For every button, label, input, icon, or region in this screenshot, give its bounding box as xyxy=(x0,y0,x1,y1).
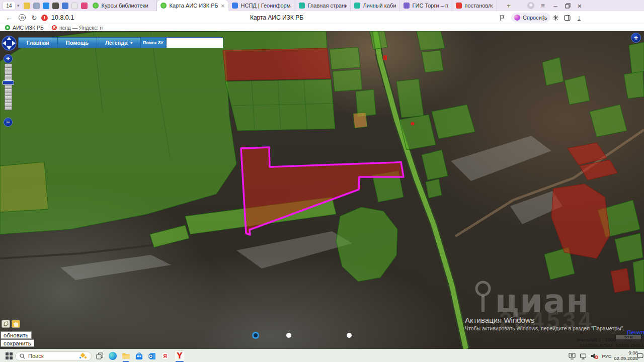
tab-postanovlenie-pdf[interactable]: постановление.pdf xyxy=(452,0,497,11)
refresh-page-button[interactable]: ↻ xyxy=(29,11,39,24)
green-parcel[interactable] xyxy=(565,75,590,105)
green-parcel[interactable] xyxy=(590,105,627,137)
file-explorer-button[interactable] xyxy=(120,349,132,362)
help-button[interactable]: Помощь xyxy=(57,37,97,48)
downloads-button[interactable]: ↓ xyxy=(574,11,584,24)
green-parcel[interactable] xyxy=(422,150,448,180)
red-parcel[interactable] xyxy=(223,48,331,80)
red-map-marker[interactable] xyxy=(383,55,387,60)
refresh-map-button[interactable]: обновить xyxy=(1,331,32,339)
home-button[interactable]: Главная xyxy=(18,37,57,48)
outlook-button[interactable] xyxy=(146,349,158,362)
close-tab-icon[interactable]: × xyxy=(218,2,225,10)
tab-lichny-kabinet[interactable]: Личный кабинет xyxy=(351,0,400,11)
close-window-button[interactable]: × xyxy=(574,0,585,11)
w-pinned-favicon[interactable] xyxy=(81,3,88,9)
bookmark-ais-izk[interactable]: АИС ИЗК РБ xyxy=(5,25,44,31)
tab-gis-torgi[interactable]: ГИС Торги – продажи п xyxy=(400,0,452,11)
store-button[interactable] xyxy=(133,349,145,362)
tab-nspd[interactable]: НСПД | Геоинформаци xyxy=(228,0,295,11)
tray-network-icon[interactable] xyxy=(579,349,588,362)
scan-pinned-favicon[interactable] xyxy=(52,3,59,9)
legend-dropdown[interactable]: Легенда ▾ xyxy=(97,37,141,48)
green-parcel[interactable] xyxy=(426,179,442,198)
restore-window-button[interactable] xyxy=(562,0,573,11)
save-map-button[interactable]: сохранить xyxy=(1,339,34,347)
tan-parcel[interactable] xyxy=(353,112,367,128)
restore-icon xyxy=(565,3,571,9)
green-parcel[interactable] xyxy=(542,57,564,85)
alice-ai-icon xyxy=(514,15,520,21)
more-options-button[interactable]: ⋮ xyxy=(538,11,548,24)
zoom-slider-handle[interactable] xyxy=(3,80,14,85)
bookmark-nspd[interactable]: Я нспд — Яндекс: н xyxy=(52,25,103,31)
notifications-button[interactable] xyxy=(636,349,644,362)
zoom-slider-track[interactable] xyxy=(5,64,12,110)
green-parcel[interactable] xyxy=(422,50,443,72)
mail-pinned-favicon[interactable] xyxy=(24,3,30,9)
green-parcel[interactable] xyxy=(333,69,362,92)
minimize-window-button[interactable]: – xyxy=(550,0,561,11)
side-panel-icon xyxy=(564,15,571,21)
red-map-marker[interactable] xyxy=(411,122,415,126)
layer-switcher-button[interactable]: + xyxy=(631,33,641,43)
security-warning-icon[interactable]: ! xyxy=(41,15,48,21)
new-tab-button[interactable]: + xyxy=(503,0,514,11)
draw-polygon-tool[interactable] xyxy=(2,320,10,328)
map-pan-pad[interactable] xyxy=(1,32,18,55)
green-parcel[interactable] xyxy=(417,31,445,50)
green-parcel[interactable] xyxy=(330,47,360,69)
bookmark-flag-icon[interactable] xyxy=(497,11,507,24)
hand-icon xyxy=(13,321,19,327)
tray-volume-muted-icon[interactable] xyxy=(590,349,600,362)
back-button[interactable]: ← xyxy=(4,11,14,24)
green-parcel[interactable] xyxy=(624,71,644,99)
green-parcel[interactable] xyxy=(396,79,424,118)
extensions-icon[interactable] xyxy=(550,11,560,24)
edge-browser-button[interactable] xyxy=(107,349,119,362)
flag-icon xyxy=(499,15,505,21)
red-parcel[interactable] xyxy=(611,268,630,293)
tray-remote-icon[interactable] xyxy=(568,349,577,362)
start-button[interactable] xyxy=(3,349,15,362)
tab-glavnaya[interactable]: Главная страница xyxy=(295,0,351,11)
tab-karta-ais-izk[interactable]: Карта АИС ИЗК РБ × xyxy=(157,0,228,11)
parcel-search-input[interactable] xyxy=(166,37,223,48)
selected-point-marker[interactable] xyxy=(253,333,259,338)
olive-parcel[interactable] xyxy=(0,162,48,212)
zoom-in-button[interactable]: + xyxy=(4,54,13,63)
tab-counter[interactable]: 14 xyxy=(3,2,15,10)
yandex-services-icon[interactable]: Я xyxy=(17,11,27,24)
point-marker[interactable] xyxy=(286,333,291,338)
yandex-browser-button[interactable]: Y xyxy=(174,349,186,362)
profile-avatar[interactable] xyxy=(525,0,536,11)
globe-pinned-favicon[interactable] xyxy=(62,3,68,9)
tabs-panel-icon[interactable] xyxy=(562,11,572,24)
chevron-down-icon[interactable]: ▾ xyxy=(17,3,20,8)
green-parcel[interactable] xyxy=(633,259,644,292)
green-parcel[interactable] xyxy=(432,105,475,139)
document-pinned-favicon[interactable] xyxy=(71,3,78,9)
page-title: Карта АИС ИЗК РБ xyxy=(0,14,553,21)
scale-bar: 50 м xyxy=(615,335,642,340)
yandex-app-button[interactable]: Я xyxy=(159,349,171,362)
green-parcel[interactable] xyxy=(615,233,643,262)
shield-pinned-favicon[interactable] xyxy=(33,3,40,9)
clock[interactable]: 9:08 02.09.2025 xyxy=(614,349,638,362)
green-parcel[interactable] xyxy=(336,207,397,282)
url-text[interactable]: 10.8.0.1 xyxy=(51,14,74,21)
green-parcel[interactable] xyxy=(629,42,644,73)
taskbar-search[interactable]: Поиск xyxy=(15,351,92,361)
pan-hand-tool[interactable] xyxy=(12,320,20,328)
zoom-out-button[interactable]: − xyxy=(4,118,13,127)
green-parcel[interactable] xyxy=(150,225,189,247)
messenger-pinned-favicon[interactable] xyxy=(43,3,49,9)
tab-kursy[interactable]: Курсы библиотеки xyxy=(89,0,157,11)
language-indicator[interactable]: РУС xyxy=(601,349,613,362)
green-parcel[interactable] xyxy=(370,31,387,49)
task-view-button[interactable] xyxy=(94,349,106,362)
map-viewport[interactable]: + − + Главная Помощь Легенда ▾ Поиск ЗУ xyxy=(0,31,644,349)
red-parcel[interactable] xyxy=(551,184,610,258)
browser-menu-button[interactable]: ≡ xyxy=(537,0,548,11)
point-marker[interactable] xyxy=(347,333,352,338)
